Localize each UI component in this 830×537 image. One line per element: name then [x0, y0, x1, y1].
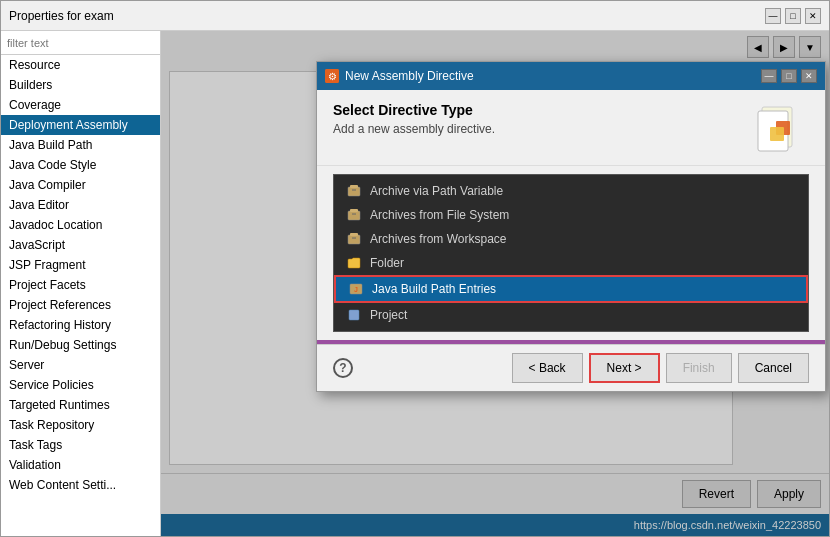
- sidebar-item[interactable]: Project Facets: [1, 275, 160, 295]
- modal-win-controls: — □ ✕: [761, 69, 817, 83]
- sidebar-item[interactable]: Server: [1, 355, 160, 375]
- help-button[interactable]: ?: [333, 358, 353, 378]
- back-button[interactable]: < Back: [512, 353, 583, 383]
- sidebar-item[interactable]: Java Code Style: [1, 155, 160, 175]
- modal-header-text: Select Directive Type Add a new assembly…: [333, 102, 495, 136]
- modal-subtext: Add a new assembly directive.: [333, 122, 495, 136]
- directive-item[interactable]: Archives from Workspace: [334, 227, 808, 251]
- sidebar-item[interactable]: Task Tags: [1, 435, 160, 455]
- sidebar-item[interactable]: Task Repository: [1, 415, 160, 435]
- title-bar: Properties for exam — □ ✕: [1, 1, 829, 31]
- svg-text:J: J: [354, 286, 358, 293]
- modal-title-bar: ⚙ New Assembly Directive — □ ✕: [317, 62, 825, 90]
- archive-icon: [346, 231, 362, 247]
- cancel-button[interactable]: Cancel: [738, 353, 809, 383]
- directive-label: Archives from File System: [370, 208, 509, 222]
- directive-item[interactable]: JJava Build Path Entries: [334, 275, 808, 303]
- project-icon: [346, 307, 362, 323]
- modal-minimize-button[interactable]: —: [761, 69, 777, 83]
- sidebar-item[interactable]: Refactoring History: [1, 315, 160, 335]
- minimize-button[interactable]: —: [765, 8, 781, 24]
- directive-item[interactable]: Archives from File System: [334, 203, 808, 227]
- modal-body: Archive via Path VariableArchives from F…: [317, 166, 825, 340]
- svg-rect-12: [348, 235, 360, 244]
- right-panel: ◀ ▶ ▼ Add... Edit... Remove Revert Apply: [161, 31, 829, 536]
- sidebar-item[interactable]: JSP Fragment: [1, 255, 160, 275]
- close-button[interactable]: ✕: [805, 8, 821, 24]
- modal-header-icon: [749, 102, 809, 157]
- directive-label: Archive via Path Variable: [370, 184, 503, 198]
- svg-rect-9: [348, 211, 360, 220]
- svg-rect-5: [770, 127, 784, 141]
- window-controls: — □ ✕: [765, 8, 821, 24]
- svg-rect-7: [350, 185, 358, 188]
- sidebar-item[interactable]: Resource: [1, 55, 160, 75]
- sidebar-item[interactable]: Targeted Runtimes: [1, 395, 160, 415]
- sidebar-item[interactable]: JavaScript: [1, 235, 160, 255]
- finish-button[interactable]: Finish: [666, 353, 732, 383]
- modal-overlay: ⚙ New Assembly Directive — □ ✕: [161, 31, 829, 536]
- modal-maximize-button[interactable]: □: [781, 69, 797, 83]
- sidebar-item[interactable]: Validation: [1, 455, 160, 475]
- modal-footer: ? < Back Next > Finish Cancel: [317, 344, 825, 391]
- directive-item[interactable]: Folder: [334, 251, 808, 275]
- maximize-button[interactable]: □: [785, 8, 801, 24]
- svg-text:⚙: ⚙: [328, 71, 337, 82]
- directive-label: Project: [370, 308, 407, 322]
- directives-list: Archive via Path VariableArchives from F…: [333, 174, 809, 332]
- svg-rect-6: [348, 187, 360, 196]
- modal-dialog: ⚙ New Assembly Directive — □ ✕: [316, 61, 826, 392]
- sidebar-item[interactable]: Java Editor: [1, 195, 160, 215]
- directive-label: Archives from Workspace: [370, 232, 506, 246]
- sidebar-item[interactable]: Service Policies: [1, 375, 160, 395]
- sidebar-item[interactable]: Project References: [1, 295, 160, 315]
- modal-title-text: New Assembly Directive: [345, 69, 474, 83]
- directive-item[interactable]: Project: [334, 303, 808, 327]
- directive-item[interactable]: Archive via Path Variable: [334, 179, 808, 203]
- modal-title-left: ⚙ New Assembly Directive: [325, 69, 474, 83]
- sidebar-item[interactable]: Deployment Assembly: [1, 115, 160, 135]
- java-build-icon: J: [348, 281, 364, 297]
- modal-header: Select Directive Type Add a new assembly…: [317, 90, 825, 166]
- next-button[interactable]: Next >: [589, 353, 660, 383]
- directive-label: Folder: [370, 256, 404, 270]
- main-window: Properties for exam — □ ✕ ResourceBuilde…: [0, 0, 830, 537]
- window-title: Properties for exam: [9, 9, 114, 23]
- sidebar-item[interactable]: Java Build Path: [1, 135, 160, 155]
- sidebar-item[interactable]: Run/Debug Settings: [1, 335, 160, 355]
- modal-close-button[interactable]: ✕: [801, 69, 817, 83]
- directive-label: Java Build Path Entries: [372, 282, 496, 296]
- sidebar: ResourceBuildersCoverageDeployment Assem…: [1, 31, 161, 536]
- filter-input[interactable]: [1, 31, 160, 55]
- folder-icon: [346, 255, 362, 271]
- main-content: ResourceBuildersCoverageDeployment Assem…: [1, 31, 829, 536]
- sidebar-item[interactable]: Java Compiler: [1, 175, 160, 195]
- modal-footer-buttons: < Back Next > Finish Cancel: [512, 353, 809, 383]
- directive-type-icon: [754, 105, 804, 155]
- archive-icon: [346, 207, 362, 223]
- svg-rect-10: [350, 209, 358, 212]
- modal-heading: Select Directive Type: [333, 102, 495, 118]
- title-bar-left: Properties for exam: [9, 9, 114, 23]
- sidebar-item[interactable]: Builders: [1, 75, 160, 95]
- svg-rect-17: [349, 310, 359, 320]
- modal-title-icon: ⚙: [325, 69, 339, 83]
- sidebar-item[interactable]: Web Content Setti...: [1, 475, 160, 495]
- archive-icon: [346, 183, 362, 199]
- sidebar-item[interactable]: Javadoc Location: [1, 215, 160, 235]
- svg-rect-13: [350, 233, 358, 236]
- sidebar-item[interactable]: Coverage: [1, 95, 160, 115]
